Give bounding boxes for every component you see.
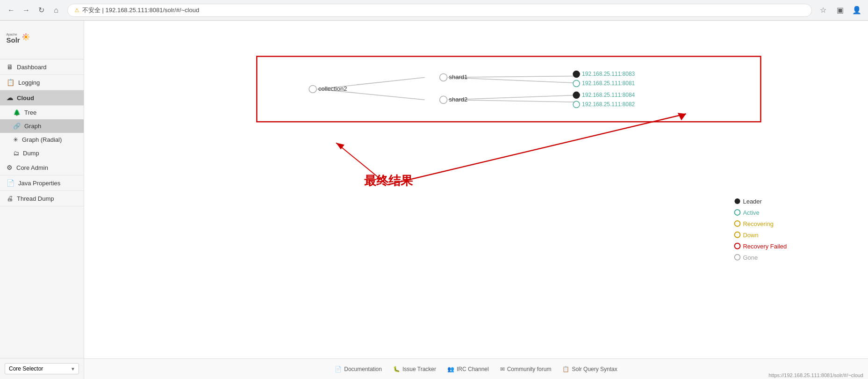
svg-text:collection2: collection2 [318, 85, 347, 92]
sidebar-item-java-properties-label: Java Properties [18, 180, 60, 187]
svg-text:192.168.25.111:8083: 192.168.25.111:8083 [582, 71, 635, 77]
svg-text:192.168.25.111:8084: 192.168.25.111:8084 [582, 92, 635, 98]
svg-point-41 [735, 221, 740, 226]
thread-dump-icon: 🖨 [7, 195, 13, 202]
sidebar-item-logging[interactable]: 📋 Logging [0, 75, 84, 90]
sidebar-item-logging-label: Logging [18, 79, 40, 86]
sidebar-item-tree[interactable]: 🌲 Tree [0, 106, 84, 119]
browser-actions: ☆ ▣ 👤 [817, 4, 863, 17]
core-admin-icon: ⚙ [7, 164, 13, 171]
sidebar-item-cloud-label: Cloud [17, 95, 34, 102]
sidebar-item-java-properties[interactable]: 📄 Java Properties [0, 175, 84, 191]
svg-point-47 [735, 255, 740, 260]
sidebar-item-graph-radial-label: Graph (Radial) [22, 136, 62, 143]
sidebar-item-core-admin[interactable]: ⚙ Core Admin [0, 160, 84, 175]
svg-text:Recovering: Recovering [743, 220, 774, 227]
footer-community-forum-label: Community forum [507, 366, 552, 372]
svg-point-30 [573, 101, 580, 108]
svg-text:192.168.25.111:8081: 192.168.25.111:8081 [582, 80, 635, 87]
footer: 📄 Documentation 🐛 Issue Tracker 👥 IRC Ch… [84, 358, 868, 379]
graph-area: collection2 shard1 shard2 192.168.25.111… [84, 21, 868, 358]
footer-documentation-link[interactable]: 📄 Documentation [335, 366, 382, 372]
footer-irc-channel-link[interactable]: 👥 IRC Channel [447, 366, 489, 372]
svg-line-8 [23, 38, 24, 39]
svg-point-18 [309, 85, 316, 93]
graph-icon: 🔗 [13, 123, 21, 130]
svg-point-39 [735, 210, 740, 215]
svg-text:Solr: Solr [7, 36, 20, 44]
footer-documentation-label: Documentation [344, 366, 382, 372]
core-selector[interactable]: Core Selector [5, 363, 79, 374]
core-selector-wrapper: Core Selector [5, 363, 79, 374]
screenshot-button[interactable]: ▣ [833, 4, 846, 17]
sidebar-item-dashboard-label: Dashboard [17, 64, 47, 71]
solr-query-syntax-icon: 📋 [562, 366, 569, 372]
sidebar-item-cloud[interactable]: ☁ Cloud [0, 90, 84, 106]
svg-point-22 [440, 96, 447, 103]
sidebar-item-thread-dump[interactable]: 🖨 Thread Dump [0, 191, 84, 206]
svg-text:Down: Down [743, 232, 758, 239]
graph-radial-icon: ✳ [13, 136, 18, 143]
sidebar-item-dashboard[interactable]: 🖥 Dashboard [0, 59, 84, 75]
dashboard-icon: 🖥 [7, 63, 13, 71]
svg-point-20 [440, 73, 447, 81]
profile-button[interactable]: 👤 [850, 4, 863, 17]
svg-text:Active: Active [743, 209, 759, 216]
svg-text:最终结果: 最终结果 [364, 174, 413, 187]
footer-issue-tracker-label: Issue Tracker [402, 366, 436, 372]
forward-button[interactable]: → [20, 4, 33, 17]
sidebar-item-dump[interactable]: 🗂 Dump [0, 146, 84, 160]
svg-line-6 [28, 38, 29, 39]
url-text: 不安全 | 192.168.25.111:8081/solr/#/~cloud [82, 6, 199, 15]
security-icon: ⚠ [74, 7, 79, 14]
dump-icon: 🗂 [13, 150, 19, 157]
footer-irc-channel-label: IRC Channel [457, 366, 489, 372]
core-selector-area: Core Selector [0, 358, 84, 379]
main-content: collection2 shard1 shard2 192.168.25.111… [84, 21, 868, 379]
home-button[interactable]: ⌂ [50, 4, 63, 17]
back-button[interactable]: ← [5, 4, 18, 17]
cloud-icon: ☁ [7, 94, 13, 102]
documentation-icon: 📄 [335, 366, 342, 372]
svg-line-32 [387, 114, 686, 185]
sidebar-item-graph-radial[interactable]: ✳ Graph (Radial) [0, 133, 84, 146]
svg-point-2 [25, 36, 28, 38]
address-bar[interactable]: ⚠ 不安全 | 192.168.25.111:8081/solr/#/~clou… [67, 4, 812, 17]
svg-text:shard1: shard1 [449, 73, 468, 80]
svg-text:shard2: shard2 [449, 96, 468, 103]
bookmark-button[interactable]: ☆ [817, 4, 830, 17]
svg-text:Recovery Failed: Recovery Failed [743, 243, 787, 250]
reload-button[interactable]: ↻ [35, 4, 48, 17]
browser-nav-buttons: ← → ↻ ⌂ [5, 4, 63, 17]
svg-point-26 [573, 80, 580, 87]
sidebar-item-thread-dump-label: Thread Dump [17, 195, 54, 202]
graph-svg: collection2 shard1 shard2 192.168.25.111… [84, 21, 868, 358]
sidebar: Apache Solr 🖥 Dashboard [0, 21, 84, 379]
issue-tracker-icon: 🐛 [393, 366, 400, 372]
svg-text:Leader: Leader [743, 198, 762, 205]
sidebar-item-graph[interactable]: 🔗 Graph [0, 119, 84, 133]
sidebar-item-core-admin-label: Core Admin [16, 164, 48, 171]
irc-channel-icon: 👥 [447, 366, 454, 372]
svg-line-4 [28, 35, 29, 36]
footer-issue-tracker-link[interactable]: 🐛 Issue Tracker [393, 366, 436, 372]
logo-area: Apache Solr [0, 21, 84, 59]
svg-point-43 [735, 232, 740, 238]
footer-url: https://192.168.25.111:8081/solr/#/~clou… [768, 372, 868, 378]
svg-point-28 [573, 92, 580, 98]
svg-point-37 [735, 198, 740, 204]
footer-community-forum-link[interactable]: ✉ Community forum [500, 366, 552, 372]
footer-solr-query-syntax-link[interactable]: 📋 Solr Query Syntax [562, 366, 617, 372]
svg-text:Gone: Gone [743, 254, 758, 261]
svg-point-24 [573, 71, 580, 77]
community-forum-icon: ✉ [500, 366, 505, 372]
browser-chrome: ← → ↻ ⌂ ⚠ 不安全 | 192.168.25.111:8081/solr… [0, 0, 868, 21]
solr-logo: Apache Solr [6, 28, 34, 51]
tree-icon: 🌲 [13, 109, 21, 116]
svg-point-45 [735, 243, 740, 249]
app-container: Apache Solr 🖥 Dashboard [0, 21, 868, 379]
footer-solr-query-syntax-label: Solr Query Syntax [572, 366, 617, 372]
sidebar-item-graph-label: Graph [24, 123, 41, 130]
svg-text:192.168.25.111:8082: 192.168.25.111:8082 [582, 101, 635, 108]
sidebar-item-dump-label: Dump [23, 150, 39, 157]
